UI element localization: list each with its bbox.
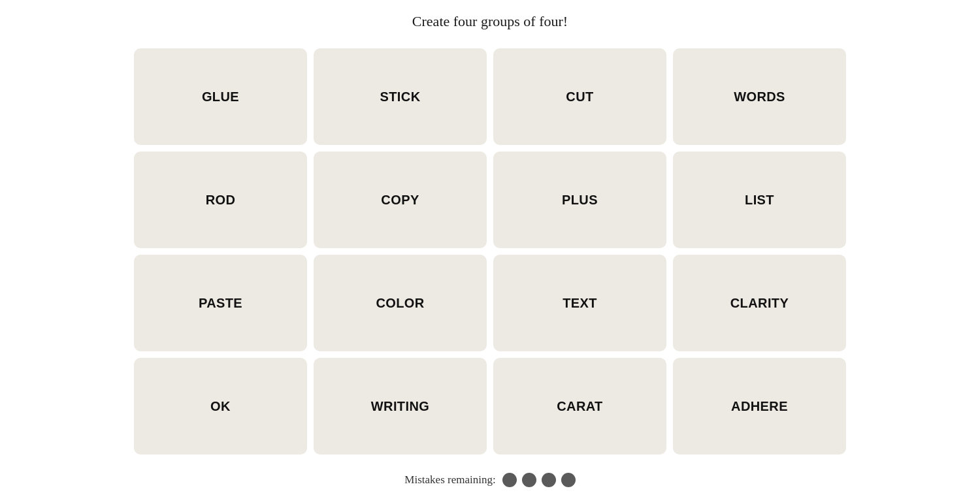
card-writing[interactable]: WRITING <box>314 358 487 455</box>
card-stick[interactable]: STICK <box>314 48 487 145</box>
card-label-color: COLOR <box>376 296 424 311</box>
card-clarity[interactable]: CLARITY <box>673 255 846 351</box>
card-label-copy: COPY <box>381 193 419 208</box>
card-list[interactable]: LIST <box>673 152 846 248</box>
card-glue[interactable]: GLUE <box>134 48 307 145</box>
card-label-adhere: ADHERE <box>731 399 788 414</box>
card-color[interactable]: COLOR <box>314 255 487 351</box>
card-label-carat: CARAT <box>557 399 603 414</box>
card-label-glue: GLUE <box>202 89 239 104</box>
mistake-dot-4 <box>561 473 576 487</box>
card-words[interactable]: WORDS <box>673 48 846 145</box>
card-cut[interactable]: CUT <box>493 48 666 145</box>
card-text[interactable]: TEXT <box>493 255 666 351</box>
card-label-words: WORDS <box>734 89 785 104</box>
card-label-clarity: CLARITY <box>730 296 789 311</box>
mistakes-dots <box>502 473 576 487</box>
card-label-text: TEXT <box>563 296 597 311</box>
card-label-plus: PLUS <box>562 193 598 208</box>
card-rod[interactable]: ROD <box>134 152 307 248</box>
mistake-dot-3 <box>542 473 556 487</box>
mistake-dot-2 <box>522 473 536 487</box>
mistakes-label: Mistakes remaining: <box>404 473 495 487</box>
card-label-cut: CUT <box>566 89 593 104</box>
card-label-list: LIST <box>745 193 774 208</box>
card-label-ok: OK <box>210 399 231 414</box>
card-copy[interactable]: COPY <box>314 152 487 248</box>
card-paste[interactable]: PASTE <box>134 255 307 351</box>
card-plus[interactable]: PLUS <box>493 152 666 248</box>
page-title: Create four groups of four! <box>412 13 568 30</box>
card-carat[interactable]: CARAT <box>493 358 666 455</box>
card-label-rod: ROD <box>206 193 236 208</box>
card-adhere[interactable]: ADHERE <box>673 358 846 455</box>
mistake-dot-1 <box>502 473 517 487</box>
card-label-writing: WRITING <box>371 399 429 414</box>
mistakes-section: Mistakes remaining: <box>404 473 575 487</box>
word-grid: GLUESTICKCUTWORDSRODCOPYPLUSLISTPASTECOL… <box>134 48 846 455</box>
card-ok[interactable]: OK <box>134 358 307 455</box>
card-label-stick: STICK <box>380 89 421 104</box>
card-label-paste: PASTE <box>199 296 242 311</box>
